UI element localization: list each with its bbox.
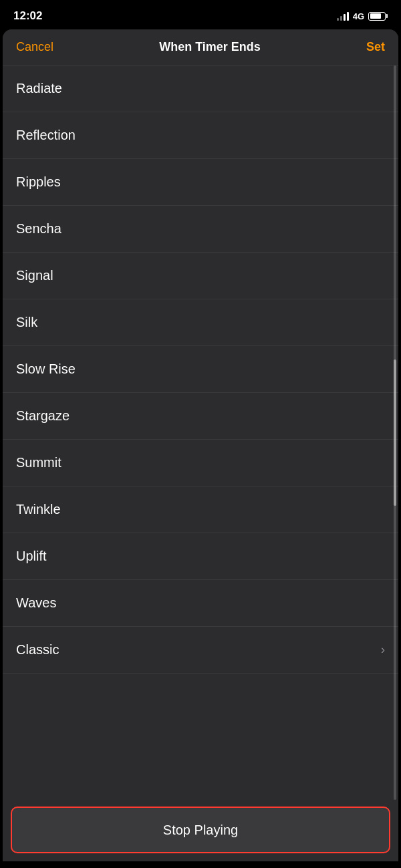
list-item-classic[interactable]: Classic› [3, 627, 398, 674]
list-item-uplift[interactable]: Uplift [3, 533, 398, 580]
list-item-reflection[interactable]: Reflection [3, 112, 398, 159]
chevron-right-icon: › [381, 643, 385, 657]
list-item-sencha[interactable]: Sencha [3, 206, 398, 253]
list-item-stargaze[interactable]: Stargaze [3, 393, 398, 440]
modal-container: Cancel When Timer Ends Set RadiateReflec… [3, 29, 398, 861]
list-item-label-twinkle: Twinkle [16, 502, 61, 517]
list-item-label-uplift: Uplift [16, 549, 47, 564]
list-item-label-summit: Summit [16, 455, 61, 470]
network-label: 4G [353, 11, 364, 21]
list-item-label-reflection: Reflection [16, 128, 76, 143]
stop-playing-button[interactable]: Stop Playing [11, 807, 390, 853]
list-item-signal[interactable]: Signal [3, 253, 398, 299]
list-item-waves[interactable]: Waves [3, 580, 398, 627]
list-item-label-slow-rise: Slow Rise [16, 361, 76, 377]
status-time: 12:02 [13, 9, 42, 23]
list-item-slow-rise[interactable]: Slow Rise [3, 346, 398, 393]
list-item-silk[interactable]: Silk [3, 299, 398, 346]
home-indicator [0, 861, 401, 868]
list-container[interactable]: RadiateReflectionRipplesSenchaSignalSilk… [3, 65, 398, 800]
stop-playing-label: Stop Playing [163, 823, 238, 838]
status-icons: 4G [337, 11, 388, 21]
list-item-label-stargaze: Stargaze [16, 408, 70, 424]
list-item-summit[interactable]: Summit [3, 440, 398, 486]
list-item-label-silk: Silk [16, 315, 37, 330]
battery-icon [368, 12, 388, 21]
list-item-label-classic: Classic [16, 642, 59, 658]
list-item-label-ripples: Ripples [16, 174, 61, 190]
signal-icon [337, 11, 349, 21]
list-item-label-signal: Signal [16, 268, 53, 283]
status-bar: 12:02 4G [0, 0, 401, 29]
list-item-twinkle[interactable]: Twinkle [3, 486, 398, 533]
list-item-label-waves: Waves [16, 595, 56, 611]
stop-playing-section: Stop Playing [3, 800, 398, 861]
list-item-label-radiate: Radiate [16, 81, 62, 96]
set-button[interactable]: Set [366, 40, 385, 54]
list-item-radiate[interactable]: Radiate [3, 65, 398, 112]
cancel-button[interactable]: Cancel [16, 40, 53, 54]
modal-header: Cancel When Timer Ends Set [3, 29, 398, 65]
list-item-label-sencha: Sencha [16, 221, 61, 237]
modal-title: When Timer Ends [159, 40, 261, 54]
list-item-ripples[interactable]: Ripples [3, 159, 398, 206]
